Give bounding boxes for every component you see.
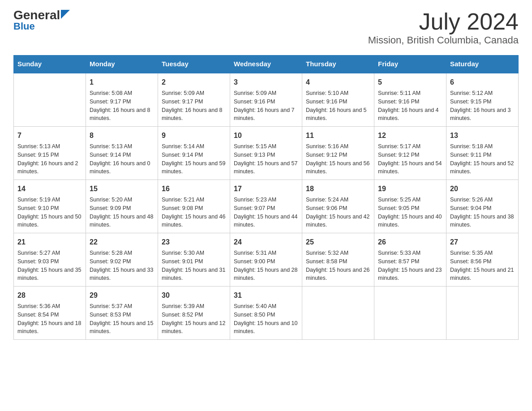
calendar-week-row: 1Sunrise: 5:08 AMSunset: 9:17 PMDaylight… (14, 73, 519, 127)
calendar-cell: 30Sunrise: 5:39 AMSunset: 8:52 PMDayligh… (158, 287, 230, 340)
sun-info: Sunrise: 5:37 AMSunset: 8:53 PMDaylight:… (90, 302, 154, 336)
sun-info: Sunrise: 5:28 AMSunset: 9:02 PMDaylight:… (90, 249, 154, 283)
calendar-cell: 11Sunrise: 5:16 AMSunset: 9:12 PMDayligh… (302, 127, 374, 180)
calendar-cell: 26Sunrise: 5:33 AMSunset: 8:57 PMDayligh… (374, 233, 446, 287)
calendar-cell: 20Sunrise: 5:26 AMSunset: 9:04 PMDayligh… (446, 180, 519, 233)
calendar-cell: 17Sunrise: 5:23 AMSunset: 9:07 PMDayligh… (230, 180, 302, 233)
calendar-cell: 5Sunrise: 5:11 AMSunset: 9:16 PMDaylight… (374, 73, 446, 127)
calendar-cell: 7Sunrise: 5:13 AMSunset: 9:15 PMDaylight… (14, 127, 86, 180)
calendar-week-row: 7Sunrise: 5:13 AMSunset: 9:15 PMDaylight… (14, 127, 519, 180)
sun-info: Sunrise: 5:27 AMSunset: 9:03 PMDaylight:… (17, 249, 82, 283)
day-number: 5 (378, 77, 442, 88)
calendar-cell: 14Sunrise: 5:19 AMSunset: 9:10 PMDayligh… (14, 180, 86, 233)
calendar-cell: 27Sunrise: 5:35 AMSunset: 8:56 PMDayligh… (446, 233, 519, 287)
day-number: 2 (162, 77, 226, 88)
day-number: 20 (450, 184, 515, 194)
day-number: 26 (378, 237, 442, 248)
day-number: 15 (90, 184, 154, 194)
sun-info: Sunrise: 5:23 AMSunset: 9:07 PMDaylight:… (234, 196, 298, 229)
day-number: 21 (17, 237, 82, 248)
sun-info: Sunrise: 5:24 AMSunset: 9:06 PMDaylight:… (306, 196, 370, 229)
weekday-header-friday: Friday (374, 56, 446, 73)
sun-info: Sunrise: 5:18 AMSunset: 9:11 PMDaylight:… (450, 142, 515, 176)
calendar-cell (302, 287, 374, 340)
sun-info: Sunrise: 5:39 AMSunset: 8:52 PMDaylight:… (162, 302, 226, 336)
sun-info: Sunrise: 5:13 AMSunset: 9:14 PMDaylight:… (90, 142, 154, 176)
calendar-cell: 8Sunrise: 5:13 AMSunset: 9:14 PMDaylight… (86, 127, 158, 180)
sun-info: Sunrise: 5:20 AMSunset: 9:09 PMDaylight:… (90, 196, 154, 229)
calendar-week-row: 28Sunrise: 5:36 AMSunset: 8:54 PMDayligh… (14, 287, 519, 340)
sun-info: Sunrise: 5:10 AMSunset: 9:16 PMDaylight:… (306, 89, 370, 123)
day-number: 25 (306, 237, 370, 248)
calendar-cell: 15Sunrise: 5:20 AMSunset: 9:09 PMDayligh… (86, 180, 158, 233)
day-number: 8 (90, 130, 154, 141)
calendar-cell: 13Sunrise: 5:18 AMSunset: 9:11 PMDayligh… (446, 127, 519, 180)
day-number: 12 (378, 130, 442, 141)
calendar-cell: 23Sunrise: 5:30 AMSunset: 9:01 PMDayligh… (158, 233, 230, 287)
sun-info: Sunrise: 5:08 AMSunset: 9:17 PMDaylight:… (90, 89, 154, 123)
page-header: General Blue July 2024 Mission, British … (13, 9, 519, 46)
calendar-cell: 28Sunrise: 5:36 AMSunset: 8:54 PMDayligh… (14, 287, 86, 340)
calendar-title: July 2024 (368, 9, 519, 34)
calendar-cell: 6Sunrise: 5:12 AMSunset: 9:15 PMDaylight… (446, 73, 519, 127)
weekday-header-saturday: Saturday (446, 56, 519, 73)
day-number: 4 (306, 77, 370, 88)
sun-info: Sunrise: 5:21 AMSunset: 9:08 PMDaylight:… (162, 196, 226, 229)
weekday-header-tuesday: Tuesday (158, 56, 230, 73)
sun-info: Sunrise: 5:13 AMSunset: 9:15 PMDaylight:… (17, 142, 82, 176)
day-number: 30 (162, 290, 226, 301)
day-number: 24 (234, 237, 298, 248)
weekday-header-monday: Monday (86, 56, 158, 73)
day-number: 13 (450, 130, 515, 141)
sun-info: Sunrise: 5:40 AMSunset: 8:50 PMDaylight:… (234, 302, 298, 336)
svg-marker-0 (61, 10, 70, 19)
day-number: 28 (17, 290, 82, 301)
calendar-cell: 29Sunrise: 5:37 AMSunset: 8:53 PMDayligh… (86, 287, 158, 340)
title-block: July 2024 Mission, British Columbia, Can… (368, 9, 519, 46)
calendar-cell: 19Sunrise: 5:25 AMSunset: 9:05 PMDayligh… (374, 180, 446, 233)
sun-info: Sunrise: 5:32 AMSunset: 8:58 PMDaylight:… (306, 249, 370, 283)
sun-info: Sunrise: 5:15 AMSunset: 9:13 PMDaylight:… (234, 142, 298, 176)
sun-info: Sunrise: 5:17 AMSunset: 9:12 PMDaylight:… (378, 142, 442, 176)
calendar-week-row: 14Sunrise: 5:19 AMSunset: 9:10 PMDayligh… (14, 180, 519, 233)
sun-info: Sunrise: 5:35 AMSunset: 8:56 PMDaylight:… (450, 249, 515, 283)
day-number: 11 (306, 130, 370, 141)
calendar-cell: 4Sunrise: 5:10 AMSunset: 9:16 PMDaylight… (302, 73, 374, 127)
calendar-cell: 2Sunrise: 5:09 AMSunset: 9:17 PMDaylight… (158, 73, 230, 127)
calendar-cell: 12Sunrise: 5:17 AMSunset: 9:12 PMDayligh… (374, 127, 446, 180)
day-number: 14 (17, 184, 82, 194)
calendar-table: SundayMondayTuesdayWednesdayThursdayFrid… (13, 55, 519, 340)
calendar-subtitle: Mission, British Columbia, Canada (368, 34, 519, 46)
day-number: 10 (234, 130, 298, 141)
calendar-cell (14, 73, 86, 127)
calendar-cell (446, 287, 519, 340)
sun-info: Sunrise: 5:26 AMSunset: 9:04 PMDaylight:… (450, 196, 515, 229)
day-number: 18 (306, 184, 370, 194)
day-number: 9 (162, 130, 226, 141)
day-number: 31 (234, 290, 298, 301)
sun-info: Sunrise: 5:31 AMSunset: 9:00 PMDaylight:… (234, 249, 298, 283)
day-number: 29 (90, 290, 154, 301)
calendar-cell: 3Sunrise: 5:09 AMSunset: 9:16 PMDaylight… (230, 73, 302, 127)
logo: General Blue (13, 9, 70, 32)
day-number: 23 (162, 237, 226, 248)
sun-info: Sunrise: 5:33 AMSunset: 8:57 PMDaylight:… (378, 249, 442, 283)
day-number: 16 (162, 184, 226, 194)
calendar-cell: 31Sunrise: 5:40 AMSunset: 8:50 PMDayligh… (230, 287, 302, 340)
weekday-header-wednesday: Wednesday (230, 56, 302, 73)
calendar-cell: 21Sunrise: 5:27 AMSunset: 9:03 PMDayligh… (14, 233, 86, 287)
calendar-cell: 10Sunrise: 5:15 AMSunset: 9:13 PMDayligh… (230, 127, 302, 180)
day-number: 19 (378, 184, 442, 194)
calendar-cell: 24Sunrise: 5:31 AMSunset: 9:00 PMDayligh… (230, 233, 302, 287)
calendar-cell: 25Sunrise: 5:32 AMSunset: 8:58 PMDayligh… (302, 233, 374, 287)
weekday-header-sunday: Sunday (14, 56, 86, 73)
day-number: 27 (450, 237, 515, 248)
calendar-cell: 1Sunrise: 5:08 AMSunset: 9:17 PMDaylight… (86, 73, 158, 127)
logo-general: General (13, 9, 60, 21)
sun-info: Sunrise: 5:09 AMSunset: 9:17 PMDaylight:… (162, 89, 226, 123)
calendar-cell: 22Sunrise: 5:28 AMSunset: 9:02 PMDayligh… (86, 233, 158, 287)
day-number: 1 (90, 77, 154, 88)
day-number: 17 (234, 184, 298, 194)
sun-info: Sunrise: 5:30 AMSunset: 9:01 PMDaylight:… (162, 249, 226, 283)
sun-info: Sunrise: 5:11 AMSunset: 9:16 PMDaylight:… (378, 89, 442, 123)
